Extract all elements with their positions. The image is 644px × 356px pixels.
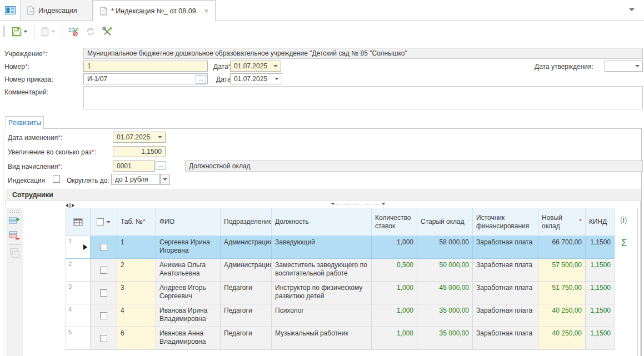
change-date-dropdown-chevron-icon[interactable]: [158, 136, 162, 138]
round-to-select[interactable]: до 1 рубля: [111, 174, 160, 185]
cell-department[interactable]: Педагоги: [221, 282, 272, 304]
row-checkbox[interactable]: [100, 335, 107, 342]
cell-rate[interactable]: 1,000: [372, 282, 417, 304]
cell-source[interactable]: Заработная плата: [473, 282, 538, 304]
cell-department[interactable]: Администрация: [221, 259, 272, 282]
cell-fio[interactable]: Иванова Ирина Владимировна: [156, 304, 221, 327]
column-header-tab-no[interactable]: Таб. №*: [117, 208, 156, 236]
cell-position[interactable]: Заведующий: [272, 236, 372, 259]
round-to-dropdown-button[interactable]: [160, 174, 170, 185]
copy-rows-button[interactable]: [9, 248, 20, 259]
cell-tab-no[interactable]: 4: [117, 304, 156, 327]
cell-position[interactable]: Психолог: [272, 304, 372, 327]
cell-position[interactable]: Заместитель заведующего по воспитательно…: [272, 259, 372, 282]
number-field[interactable]: 1: [83, 61, 208, 72]
cell-new-salary[interactable]: 40 250,00: [538, 304, 586, 327]
cell-fio[interactable]: Аникина Ольга Анатольевна: [156, 259, 221, 282]
select-all-checkbox[interactable]: [91, 208, 117, 236]
cell-old-salary[interactable]: 58 000,00: [417, 236, 473, 259]
cell-rate[interactable]: 1,000: [372, 236, 417, 259]
cell-tab-no[interactable]: 2: [117, 259, 156, 282]
institution-field[interactable]: Муниципальное бюджетное дошкольное образ…: [83, 48, 643, 59]
cell-source[interactable]: Заработная плата: [473, 236, 538, 259]
cell-department[interactable]: Педагоги: [221, 327, 272, 350]
row-checkbox-cell[interactable]: [91, 304, 117, 327]
order-date-dropdown-chevron-icon[interactable]: [274, 78, 279, 80]
row-indicator-cell[interactable]: 1: [66, 236, 91, 259]
select-table-button[interactable]: [66, 208, 91, 236]
column-header-position[interactable]: Должность: [272, 208, 372, 236]
row-checkbox[interactable]: [100, 312, 107, 319]
column-header-rate-count[interactable]: Количество ставок: [372, 208, 417, 236]
row-checkbox-cell[interactable]: [91, 236, 117, 259]
cell-fio[interactable]: Андреев Игорь Сергеевич: [156, 282, 221, 304]
add-row-button[interactable]: [9, 217, 20, 227]
cell-source[interactable]: Заработная плата: [473, 327, 538, 350]
multiplier-field[interactable]: 1,1500: [113, 146, 166, 157]
cell-new-salary[interactable]: 40 250,00: [538, 327, 586, 350]
toolbar-grip[interactable]: [3, 26, 5, 37]
cell-new-salary[interactable]: 51 750,00: [538, 282, 586, 304]
table-row[interactable]: 2 2 Аникина Ольга Анатольевна Администра…: [66, 259, 615, 282]
table-row[interactable]: 1 1 Сергеева Ирина Игоревна Администраци…: [66, 236, 615, 259]
row-indicator-cell[interactable]: 2: [66, 259, 91, 282]
comment-field[interactable]: [83, 86, 643, 109]
grid-toolbar-grip[interactable]: [9, 210, 20, 213]
row-indicator-cell[interactable]: 4: [66, 304, 91, 327]
cell-fio[interactable]: Иванова Анна Владимировна: [156, 327, 221, 350]
change-date-field[interactable]: 01.07.2025: [113, 132, 166, 143]
column-header-department[interactable]: Подразделение: [221, 208, 272, 236]
cell-kind[interactable]: 1,1500: [586, 236, 615, 259]
cell-new-salary[interactable]: 66 700,00: [538, 236, 586, 259]
cell-old-salary[interactable]: 35 000,00: [417, 304, 473, 327]
column-freeze-splitter[interactable]: [66, 203, 74, 208]
tab-indexation[interactable]: Индексация: [21, 0, 93, 21]
table-row[interactable]: 3 3 Андреев Игорь Сергеевич Педагоги Инс…: [66, 282, 615, 304]
close-icon[interactable]: ×: [204, 7, 208, 15]
column-header-fio[interactable]: ФИО: [156, 208, 221, 236]
cell-rate[interactable]: 0,500: [372, 259, 417, 282]
cell-kind[interactable]: 1,1500: [586, 282, 615, 304]
tab-requisites[interactable]: Реквизиты: [6, 116, 44, 129]
cell-fio[interactable]: Сергеева Ирина Игоревна: [156, 236, 221, 259]
cell-kind[interactable]: 1,1500: [586, 259, 615, 282]
cell-rate[interactable]: 1,000: [372, 327, 417, 350]
row-checkbox[interactable]: [100, 244, 107, 251]
row-checkbox-cell[interactable]: [91, 282, 117, 304]
cell-department[interactable]: Педагоги: [221, 304, 272, 327]
cell-rate[interactable]: 1,000: [372, 304, 417, 327]
column-header-funding-source[interactable]: Источник финансирования: [473, 208, 538, 236]
cell-position[interactable]: Музыкальный работник: [272, 327, 372, 350]
cell-tab-no[interactable]: 1: [117, 236, 156, 259]
selection-menu-chevron-icon[interactable]: [106, 221, 111, 223]
tab-indexation-document[interactable]: * Индексация №_ от 08.09.2... ×: [93, 0, 216, 21]
cell-old-salary[interactable]: 45 000,00: [417, 282, 473, 304]
tab-overflow-chevron-down-icon[interactable]: [629, 8, 635, 11]
cell-source[interactable]: Заработная плата: [473, 304, 538, 327]
indexation-checkbox[interactable]: [53, 176, 60, 183]
cell-new-salary[interactable]: 57 500,00: [538, 259, 586, 282]
cell-tab-no[interactable]: 6: [117, 327, 156, 350]
save-button[interactable]: [9, 25, 30, 38]
cell-kind[interactable]: 1,1500: [586, 304, 615, 327]
accrual-lookup-button[interactable]: ...: [156, 161, 166, 170]
table-row[interactable]: 4 4 Иванова Ирина Владимировна Педагоги …: [66, 304, 615, 327]
approval-date-field[interactable]: [605, 61, 643, 72]
tab-list-button[interactable]: [0, 0, 21, 21]
row-checkbox-cell[interactable]: [91, 327, 117, 350]
order-number-lookup-button[interactable]: ...: [196, 75, 206, 84]
cell-tab-no[interactable]: 3: [117, 282, 156, 304]
cell-old-salary[interactable]: 35 000,00: [417, 327, 473, 350]
order-date-field[interactable]: 01.07.2025: [230, 73, 282, 84]
cell-old-salary[interactable]: 50 000,00: [417, 259, 473, 282]
cell-position[interactable]: Инструктор по физическому развитию детей: [272, 282, 372, 304]
date-dropdown-chevron-icon[interactable]: [273, 65, 278, 67]
refresh-button[interactable]: [83, 25, 98, 38]
row-checkbox[interactable]: [100, 289, 107, 297]
approval-date-dropdown-chevron-icon[interactable]: [635, 65, 640, 67]
column-header-new-salary[interactable]: Новый оклад*: [538, 208, 586, 236]
cell-source[interactable]: Заработная плата: [473, 259, 538, 282]
row-checkbox-cell[interactable]: [91, 259, 117, 282]
row-indicator-cell[interactable]: 5: [66, 327, 91, 350]
paste-button[interactable]: [38, 25, 58, 38]
